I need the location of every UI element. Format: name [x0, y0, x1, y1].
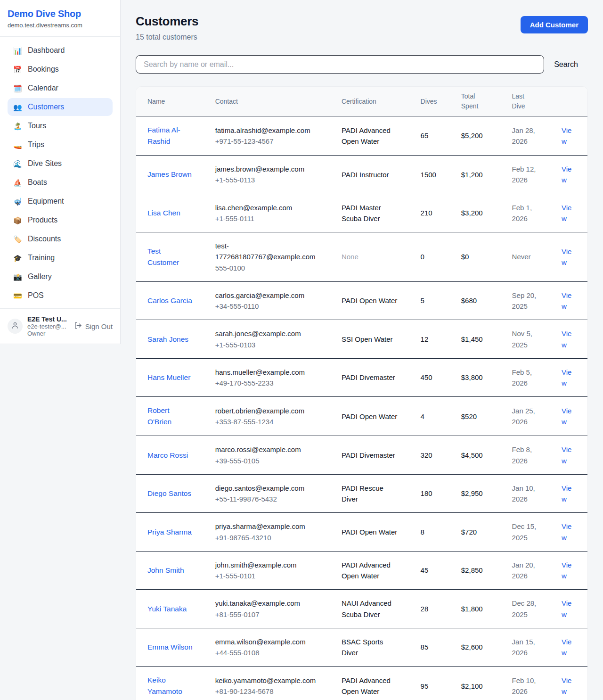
customer-name-link[interactable]: Marco Rossi: [147, 451, 188, 459]
products-icon: 📦: [13, 217, 22, 224]
customer-phone: +34-555-0110: [215, 301, 319, 312]
cell-total-spent: $1,200: [450, 156, 501, 194]
cell-name: Carlos Garcia: [136, 281, 204, 320]
cell-last-dive: Dec 15, 2025: [501, 513, 550, 552]
customer-email: carlos.garcia@example.com: [215, 290, 319, 301]
cell-contact: john.smith@example.com +1-555-0101: [204, 551, 330, 590]
customer-name-link[interactable]: Robert O'Brien: [147, 406, 171, 426]
equipment-icon: 🤿: [13, 198, 22, 205]
customer-name-link[interactable]: Keiko Yamamoto: [147, 676, 182, 695]
user-email: e2e-tester@...: [27, 323, 69, 330]
cell-dives: 12: [409, 320, 450, 359]
cell-total-spent: $2,100: [450, 667, 501, 700]
sidebar-item-equipment[interactable]: 🤿 Equipment: [8, 192, 113, 210]
sidebar-item-boats[interactable]: ⛵ Boats: [8, 173, 113, 191]
cell-view: View: [550, 194, 587, 232]
cell-certification: PADI Instructor: [330, 156, 409, 194]
customer-email: james.brown@example.com: [215, 164, 319, 174]
customer-name-link[interactable]: Sarah Jones: [147, 335, 188, 343]
sidebar-item-discounts[interactable]: 🏷️ Discounts: [8, 230, 113, 248]
sidebar-item-tours[interactable]: 🏝️ Tours: [8, 117, 113, 135]
sign-out-button[interactable]: Sign Out: [74, 321, 113, 331]
cell-dives: 95: [409, 667, 450, 700]
table-row: Diego Santos diego.santos@example.com +5…: [136, 474, 587, 513]
view-link[interactable]: View: [562, 407, 571, 426]
cell-view: View: [550, 397, 587, 436]
certification-text: PADI Master Scuba Diver: [342, 204, 381, 222]
certification-text: SSI Open Water: [342, 335, 393, 343]
cell-total-spent: $0: [450, 232, 501, 282]
customer-phone: +1-555-0101: [215, 570, 319, 581]
view-link[interactable]: View: [562, 329, 571, 348]
view-link[interactable]: View: [562, 247, 571, 266]
tours-icon: 🏝️: [13, 123, 22, 130]
customer-phone: +44-555-0108: [215, 647, 319, 658]
view-link[interactable]: View: [562, 522, 571, 541]
view-link[interactable]: View: [562, 638, 571, 657]
sidebar-item-pos[interactable]: 💳 POS: [8, 287, 113, 305]
customer-name-link[interactable]: Emma Wilson: [147, 643, 193, 651]
cell-dives: 320: [409, 436, 450, 475]
cell-contact: test-1772681807767@example.com 555-0100: [204, 232, 330, 282]
certification-text: PADI Instructor: [342, 171, 389, 179]
view-link[interactable]: View: [562, 445, 571, 464]
view-link[interactable]: View: [562, 368, 571, 387]
column-header-contact: Contact: [204, 87, 330, 116]
cell-view: View: [550, 281, 587, 320]
view-link[interactable]: View: [562, 291, 571, 310]
cell-total-spent: $4,500: [450, 436, 501, 475]
sidebar-item-calendar[interactable]: 🗓️ Calendar: [8, 79, 113, 97]
cell-last-dive: Jan 25, 2026: [501, 397, 550, 436]
search-input[interactable]: [136, 55, 544, 74]
view-link[interactable]: View: [562, 561, 571, 580]
cell-last-dive: Feb 8, 2026: [501, 436, 550, 475]
page-header: Customers 15 total customers Add Custome…: [136, 14, 588, 41]
customer-name-link[interactable]: Hans Mueller: [147, 373, 190, 381]
cell-contact: diego.santos@example.com +55-11-99876-54…: [204, 474, 330, 513]
brand: Demo Dive Shop demo.test.divestreams.com: [0, 0, 120, 37]
sidebar-item-trips[interactable]: 🚤 Trips: [8, 136, 113, 154]
view-link[interactable]: View: [562, 165, 571, 184]
sidebar-nav: 📊 Dashboard 📅 Bookings 🗓️ Calendar 👥 Cus…: [0, 37, 120, 308]
view-link[interactable]: View: [562, 126, 571, 145]
view-link[interactable]: View: [562, 484, 571, 503]
cell-view: View: [550, 232, 587, 282]
customer-name-link[interactable]: John Smith: [147, 566, 184, 574]
customer-name-link[interactable]: James Brown: [147, 170, 192, 178]
sidebar-item-label: Equipment: [28, 197, 64, 206]
certification-text: PADI Open Water: [342, 296, 397, 305]
sidebar-item-bookings[interactable]: 📅 Bookings: [8, 60, 113, 78]
sidebar-item-dashboard[interactable]: 📊 Dashboard: [8, 41, 113, 59]
customer-name-link[interactable]: Yuki Tanaka: [147, 605, 187, 613]
dashboard-icon: 📊: [13, 47, 22, 54]
view-link[interactable]: View: [562, 599, 571, 618]
sidebar-item-gallery[interactable]: 📸 Gallery: [8, 268, 113, 286]
search-button[interactable]: Search: [544, 60, 588, 69]
cell-dives: 5: [409, 281, 450, 320]
customer-name-link[interactable]: Priya Sharma: [147, 528, 192, 536]
table-row: Priya Sharma priya.sharma@example.com +9…: [136, 513, 587, 552]
sidebar-item-dive-sites[interactable]: 🌊 Dive Sites: [8, 155, 113, 173]
customer-name-link[interactable]: Fatima Al-Rashid: [147, 126, 180, 145]
view-link[interactable]: View: [562, 676, 571, 695]
sidebar-item-products[interactable]: 📦 Products: [8, 211, 113, 229]
sidebar-item-customers[interactable]: 👥 Customers: [8, 98, 113, 116]
bookings-icon: 📅: [13, 66, 22, 73]
certification-text: PADI Advanced Open Water: [342, 561, 391, 580]
sidebar-item-label: Discounts: [28, 235, 61, 243]
cell-name: Marco Rossi: [136, 436, 204, 475]
customer-phone: +49-170-555-2233: [215, 378, 319, 388]
customer-name-link[interactable]: Test Customer: [147, 247, 179, 266]
cell-certification: PADI Divemaster: [330, 436, 409, 475]
customer-name-link[interactable]: Carlos Garcia: [147, 296, 192, 305]
cell-total-spent: $2,600: [450, 628, 501, 667]
customer-email: emma.wilson@example.com: [215, 636, 319, 647]
add-customer-button[interactable]: Add Customer: [521, 16, 588, 33]
table-row: John Smith john.smith@example.com +1-555…: [136, 551, 587, 590]
customer-name-link[interactable]: Diego Santos: [147, 489, 191, 497]
view-link[interactable]: View: [562, 204, 571, 222]
table-row: Test Customer test-1772681807767@example…: [136, 232, 587, 282]
customer-name-link[interactable]: Lisa Chen: [147, 209, 180, 217]
column-header-actions: [550, 87, 587, 116]
sidebar-item-training[interactable]: 🎓 Training: [8, 249, 113, 267]
